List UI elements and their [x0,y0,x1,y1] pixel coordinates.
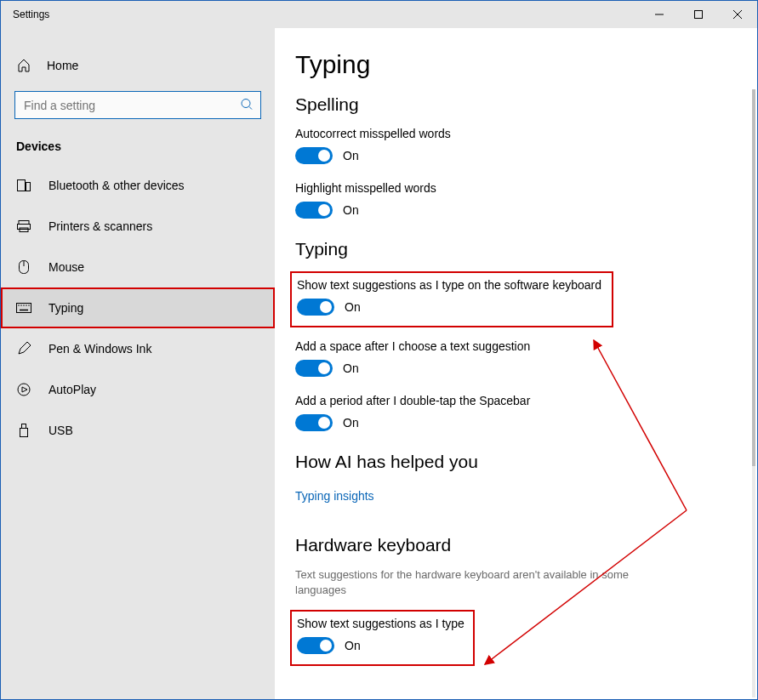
sidebar-item-label: Typing [48,301,83,315]
scrollbar[interactable] [752,89,755,697]
search-icon [241,98,253,112]
svg-rect-13 [17,304,31,313]
svg-point-4 [242,99,250,107]
svg-rect-7 [26,183,31,191]
content-area: Typing Spelling Autocorrect misspelled w… [275,28,757,699]
toggle-autocorrect[interactable] [295,147,333,164]
setting-autocorrect: Autocorrect misspelled words On [295,127,732,164]
highlight-box-hardware-suggestions: Show text suggestions as I type On [290,610,475,666]
setting-label: Add a period after I double-tap the Spac… [295,394,732,407]
typing-heading: Typing [295,239,732,259]
sidebar-section-title: Devices [1,134,275,165]
toggle-space-after[interactable] [295,360,333,377]
svg-rect-22 [22,424,26,429]
maximize-icon [694,10,703,19]
setting-label: Highlight misspelled words [295,181,732,195]
toggle-highlight-misspelled[interactable] [295,202,333,219]
devices-icon [16,179,31,191]
toggle-state: On [343,149,359,162]
setting-highlight-misspelled: Highlight misspelled words On [295,181,732,219]
sidebar-item-label: AutoPlay [48,383,96,396]
setting-space-after: Add a space after I choose a text sugges… [295,339,732,377]
toggle-state: On [345,639,361,652]
toggle-state: On [343,361,359,375]
sidebar-item-pen[interactable]: Pen & Windows Ink [1,328,275,369]
svg-rect-8 [19,221,29,225]
toggle-state: On [345,300,361,314]
sidebar-item-label: Bluetooth & other devices [48,179,185,192]
sidebar-item-usb[interactable]: USB [1,410,275,451]
toggle-state: On [343,416,359,430]
sidebar-item-label: USB [48,424,73,437]
highlight-box-software-suggestions: Show text suggestions as I type on the s… [290,271,613,327]
minimize-icon [655,10,664,19]
setting-sw-suggestions: Show text suggestions as I type on the s… [297,278,603,316]
svg-rect-23 [20,429,28,437]
setting-label: Show text suggestions as I type on the s… [297,278,603,292]
sidebar-item-autoplay[interactable]: AutoPlay [1,369,275,410]
pen-icon [16,342,31,356]
window-title: Settings [13,9,49,20]
svg-rect-1 [695,11,703,19]
page-title: Typing [295,50,732,79]
home-label: Home [47,59,78,72]
maximize-button[interactable] [679,1,718,28]
window-controls [640,1,757,28]
minimize-button[interactable] [640,1,679,28]
home-icon [16,59,31,72]
setting-period-doubletap: Add a period after I double-tap the Spac… [295,394,732,431]
home-button[interactable]: Home [1,47,275,84]
sidebar-item-label: Mouse [48,260,84,274]
toggle-hw-suggestions[interactable] [297,637,334,654]
close-button[interactable] [718,1,757,28]
sidebar: Home Devices Bluetooth & other devices P… [1,28,275,699]
search-box [14,91,261,119]
svg-line-5 [249,106,252,109]
close-icon [733,10,742,19]
svg-marker-21 [22,387,27,392]
sidebar-item-typing[interactable]: Typing [1,287,275,328]
autoplay-icon [16,383,31,396]
setting-label: Autocorrect misspelled words [295,127,732,140]
setting-label: Add a space after I choose a text sugges… [295,339,732,353]
svg-rect-6 [18,180,26,191]
sidebar-item-printers[interactable]: Printers & scanners [1,206,275,247]
sidebar-item-label: Printers & scanners [48,219,152,233]
toggle-sw-suggestions[interactable] [297,299,334,316]
titlebar: Settings [1,1,757,28]
spelling-heading: Spelling [295,94,732,115]
printer-icon [16,220,31,232]
sidebar-item-mouse[interactable]: Mouse [1,247,275,287]
hardware-keyboard-heading: Hardware keyboard [295,535,732,555]
keyboard-icon [16,303,31,313]
search-input[interactable] [14,91,261,119]
usb-icon [16,424,31,437]
ai-heading: How AI has helped you [295,452,732,472]
sidebar-item-label: Pen & Windows Ink [48,342,151,356]
mouse-icon [16,260,31,274]
toggle-period-doubletap[interactable] [295,414,333,431]
scrollbar-thumb[interactable] [752,89,755,466]
toggle-state: On [343,203,359,217]
hardware-keyboard-sub: Text suggestions for the hardware keyboa… [295,567,661,598]
svg-rect-10 [20,228,28,232]
typing-insights-link[interactable]: Typing insights [295,489,374,503]
setting-label: Show text suggestions as I type [297,617,464,630]
setting-hw-suggestions: Show text suggestions as I type On [297,617,464,654]
sidebar-item-bluetooth[interactable]: Bluetooth & other devices [1,165,275,206]
